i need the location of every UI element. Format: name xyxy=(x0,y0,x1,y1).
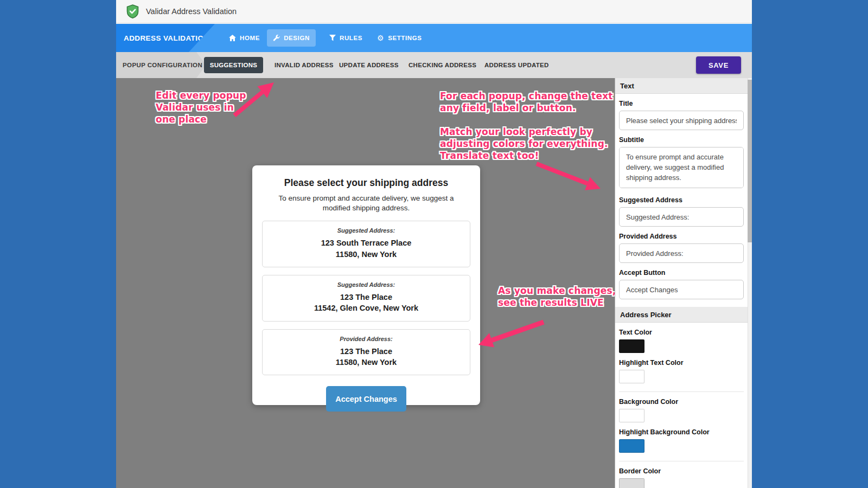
field-label-title: Title xyxy=(619,100,744,107)
design-settings-panel: Text Title Subtitle To ensure prompt and… xyxy=(615,78,752,488)
desktop-background: Validar Address Validation ADDRESS VALID… xyxy=(0,0,868,488)
nav-item-rules[interactable]: RULES xyxy=(329,24,362,52)
tab-update-address[interactable]: UPDATE ADDRESS xyxy=(339,52,399,78)
address-line: 11580, New York xyxy=(267,249,465,260)
divider xyxy=(619,391,744,392)
app-title: Validar Address Validation xyxy=(146,7,237,16)
tab-suggestions[interactable]: SUGGESTIONS xyxy=(204,57,263,73)
wrench-icon xyxy=(273,35,280,42)
filter-icon xyxy=(329,35,336,41)
color-label-text: Text Color xyxy=(619,329,744,336)
breadcrumb: POPUP CONFIGURATION xyxy=(116,52,210,78)
nav-item-home[interactable]: HOME xyxy=(229,24,260,52)
highlight-text-color-swatch[interactable] xyxy=(619,370,644,383)
accept-changes-button[interactable]: Accept Changes xyxy=(326,386,406,412)
preview-canvas: Please select your shipping address To e… xyxy=(116,78,615,488)
address-option[interactable]: Provided Address: 123 The Place 11580, N… xyxy=(262,329,470,376)
annotation-edit-every-popup: Edit every popup Validar uses in one pla… xyxy=(156,90,246,125)
annotation-live-results: As you make changes, see the results LIV… xyxy=(498,285,615,309)
tab-checking-address[interactable]: CHECKING ADDRESS xyxy=(409,52,476,78)
color-label-highlight-text: Highlight Text Color xyxy=(619,359,744,367)
address-option-label: Suggested Address: xyxy=(267,281,465,288)
background-color-swatch[interactable] xyxy=(619,409,644,422)
arrow-to-popup-preview xyxy=(478,322,544,348)
divider xyxy=(619,461,744,461)
address-line: 123 The Place xyxy=(267,292,465,303)
app-window: Validar Address Validation ADDRESS VALID… xyxy=(116,0,752,488)
address-option[interactable]: Suggested Address: 123 South Terrace Pla… xyxy=(262,221,470,267)
nav-item-label: RULES xyxy=(340,35,362,41)
suggested-address-input[interactable] xyxy=(619,207,744,227)
nav-item-design[interactable]: DESIGN xyxy=(267,29,316,47)
section-header-text: Text xyxy=(615,78,748,94)
popup-subtitle: To ensure prompt and accurate delivery, … xyxy=(275,194,457,213)
nav-item-label: DESIGN xyxy=(284,35,310,41)
field-label-accept-button: Accept Button xyxy=(619,269,744,277)
border-color-swatch[interactable] xyxy=(619,478,644,488)
save-button[interactable]: SAVE xyxy=(696,56,741,74)
section-header-address-picker: Address Picker xyxy=(615,307,748,323)
nav-item-settings[interactable]: ⚙ SETTINGS xyxy=(377,24,422,52)
highlight-background-color-swatch[interactable] xyxy=(619,439,644,453)
home-icon xyxy=(229,35,236,41)
address-popup-preview: Please select your shipping address To e… xyxy=(252,165,480,405)
field-label-suggested-address: Suggested Address xyxy=(619,196,744,204)
address-line: 123 South Terrace Place xyxy=(267,237,465,248)
color-label-background: Background Color xyxy=(619,398,744,406)
popup-title: Please select your shipping address xyxy=(263,177,469,189)
brand-label: ADDRESS VALIDATION xyxy=(116,24,215,52)
title-input[interactable] xyxy=(619,111,744,130)
address-line: 123 The Place xyxy=(267,346,465,357)
address-option[interactable]: Suggested Address: 123 The Place 11542, … xyxy=(262,275,470,322)
tab-address-updated[interactable]: ADDRESS UPDATED xyxy=(484,52,549,78)
nav-item-label: SETTINGS xyxy=(388,35,422,41)
text-color-swatch[interactable] xyxy=(619,339,644,353)
accept-button-input[interactable] xyxy=(619,280,744,299)
color-label-highlight-background: Highlight Background Color xyxy=(619,428,744,436)
main-nav: ADDRESS VALIDATION HOME DESIGN RULES xyxy=(116,24,752,52)
address-line: 11580, New York xyxy=(267,357,465,368)
address-line: 11542, Glen Cove, New York xyxy=(267,303,465,313)
popup-toolbar: POPUP CONFIGURATION SUGGESTIONS INVALID … xyxy=(116,52,752,78)
field-label-subtitle: Subtitle xyxy=(619,136,744,144)
annotation-match-look: Match your look perfectly by adjusting c… xyxy=(440,126,608,162)
panel-scrollbar[interactable] xyxy=(748,78,752,488)
address-option-label: Provided Address: xyxy=(267,336,465,342)
tab-invalid-address[interactable]: INVALID ADDRESS xyxy=(275,52,334,78)
panel-scrollbar-thumb[interactable] xyxy=(748,80,752,242)
annotation-change-text: For each popup, change the text of any f… xyxy=(440,91,615,114)
arrow-to-settings-panel xyxy=(537,164,601,190)
gear-icon: ⚙ xyxy=(377,34,384,42)
provided-address-input[interactable] xyxy=(619,243,744,263)
color-label-border: Border Color xyxy=(619,467,744,475)
subtitle-textarea[interactable]: To ensure prompt and accurate delivery, … xyxy=(619,147,744,188)
nav-item-label: HOME xyxy=(240,35,260,41)
field-label-provided-address: Provided Address xyxy=(619,233,744,240)
address-option-label: Suggested Address: xyxy=(267,227,465,234)
title-bar: Validar Address Validation xyxy=(116,0,752,23)
validar-shield-icon xyxy=(126,4,139,18)
